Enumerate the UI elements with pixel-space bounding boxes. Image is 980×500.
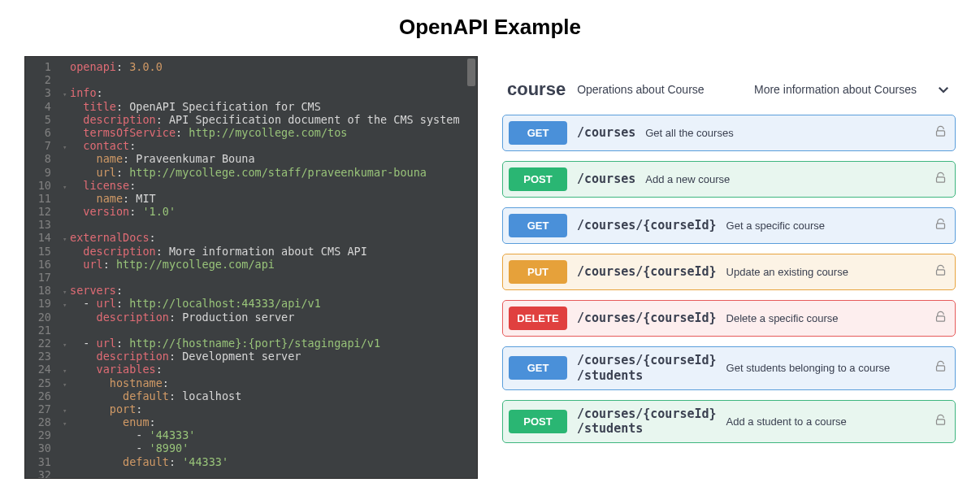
code-line[interactable]: ▾ variables:: [63, 363, 472, 376]
code-line[interactable]: default: localhost: [63, 389, 472, 402]
code-line[interactable]: [63, 271, 472, 284]
line-number: 1: [30, 60, 51, 73]
operation-path: /courses/{courseId}: [577, 407, 717, 422]
operation-put-3[interactable]: PUT/courses/{courseId}Update an existing…: [502, 254, 956, 290]
svg-rect-6: [937, 420, 945, 424]
tag-external-link[interactable]: More information about Courses: [754, 83, 917, 96]
operation-summary: Add a new course: [645, 173, 730, 185]
line-number: 28: [30, 415, 51, 428]
line-number: 10: [30, 179, 51, 192]
operation-path: /courses: [577, 172, 635, 187]
code-line[interactable]: ▾ port:: [63, 402, 472, 415]
operation-summary: Get a specific course: [726, 220, 825, 232]
operation-summary: Get students belonging to a course: [726, 362, 891, 374]
line-number: 21: [30, 324, 51, 337]
editor-scrollbar[interactable]: [466, 57, 477, 478]
code-line[interactable]: version: '1.0': [63, 205, 472, 218]
svg-rect-2: [937, 224, 945, 228]
method-badge: GET: [509, 121, 567, 145]
code-line[interactable]: - '44333': [63, 428, 472, 441]
code-line[interactable]: ▾ - url: http://localhost:44333/api/v1: [63, 297, 472, 310]
code-line[interactable]: ▾ hostname:: [63, 376, 472, 389]
svg-rect-1: [937, 177, 945, 182]
code-line[interactable]: ▾externalDocs:: [63, 231, 472, 244]
code-line[interactable]: termsOfService: http://mycollege.com/tos: [63, 126, 472, 139]
code-line[interactable]: ▾ enum:: [63, 415, 472, 428]
line-number: 3: [30, 86, 51, 99]
operation-post-1[interactable]: POST/coursesAdd a new course: [502, 161, 956, 198]
method-badge: POST: [509, 167, 567, 191]
code-line[interactable]: description: More information about CMS …: [63, 245, 472, 258]
code-line[interactable]: url: http://mycollege.com/staff/praveenk…: [63, 166, 472, 179]
code-line[interactable]: openapi: 3.0.0: [63, 60, 472, 73]
line-number: 16: [30, 258, 51, 271]
line-number: 30: [30, 441, 51, 454]
main-content: 1234567891011121314151617181920212223242…: [0, 56, 980, 479]
line-number: 20: [30, 311, 51, 324]
line-number: 4: [30, 100, 51, 113]
chevron-down-icon[interactable]: [936, 82, 951, 97]
code-line[interactable]: name: MIT: [63, 192, 472, 205]
editor-code[interactable]: openapi: 3.0.0 ▾info: title: OpenAPI Spe…: [58, 57, 477, 478]
page-title: OpenAPI Example: [0, 0, 980, 56]
operation-path: /courses/{courseId}: [577, 311, 717, 326]
lock-icon[interactable]: [934, 172, 947, 187]
operation-path: /students: [577, 421, 717, 437]
code-line[interactable]: description: Production server: [63, 311, 472, 324]
line-number: 24: [30, 363, 51, 376]
yaml-editor[interactable]: 1234567891011121314151617181920212223242…: [24, 56, 478, 479]
line-number: 27: [30, 402, 51, 415]
operation-summary: Update an existing course: [726, 266, 848, 278]
operation-delete-4[interactable]: DELETE/courses/{courseId}Delete a specif…: [502, 300, 956, 337]
code-line[interactable]: description: API Specification document …: [63, 113, 472, 126]
lock-icon[interactable]: [934, 218, 947, 233]
code-line[interactable]: [63, 324, 472, 337]
code-line[interactable]: name: Praveenkumar Bouna: [63, 152, 472, 165]
code-line[interactable]: [63, 73, 472, 86]
method-badge: GET: [509, 356, 567, 380]
operation-get-5[interactable]: GET/courses/{courseId}/studentsGet stude…: [502, 346, 956, 390]
editor-gutter: 1234567891011121314151617181920212223242…: [25, 57, 58, 478]
scrollbar-thumb[interactable]: [467, 59, 475, 86]
line-number: 9: [30, 166, 51, 179]
svg-rect-5: [937, 366, 945, 371]
operation-post-6[interactable]: POST/courses/{courseId}/studentsAdd a st…: [502, 400, 956, 444]
line-number: 5: [30, 113, 51, 126]
code-line[interactable]: [63, 218, 472, 231]
lock-icon[interactable]: [934, 125, 947, 141]
tag-header[interactable]: course Operations about Course More info…: [502, 79, 956, 115]
code-line[interactable]: ▾ - url: http://{hostname}:{port}/stagin…: [63, 337, 472, 350]
code-line[interactable]: url: http://mycollege.com/api: [63, 258, 472, 271]
line-number: 29: [30, 428, 51, 441]
operation-path: /courses/{courseId}: [577, 353, 717, 368]
code-line[interactable]: - '8990': [63, 441, 472, 454]
tag-description: Operations about Course: [577, 83, 743, 96]
operation-get-0[interactable]: GET/coursesGet all the courses: [502, 115, 956, 151]
code-line[interactable]: description: Development server: [63, 350, 472, 363]
operation-get-2[interactable]: GET/courses/{courseId}Get a specific cou…: [502, 207, 956, 244]
lock-icon[interactable]: [934, 264, 947, 280]
line-number: 25: [30, 376, 51, 389]
line-number: 11: [30, 192, 51, 205]
operation-path: /courses: [577, 125, 635, 141]
code-line[interactable]: default: '44333': [63, 455, 472, 468]
lock-icon[interactable]: [934, 360, 947, 376]
lock-icon[interactable]: [934, 311, 947, 326]
code-line[interactable]: title: OpenAPI Specification for CMS: [63, 100, 472, 113]
line-number: 8: [30, 152, 51, 165]
line-number: 22: [30, 337, 51, 350]
code-line[interactable]: ▾ license:: [63, 179, 472, 192]
code-line[interactable]: [63, 468, 472, 478]
code-line[interactable]: ▾info:: [63, 86, 472, 99]
code-line[interactable]: ▾ contact:: [63, 139, 472, 152]
operation-path: /students: [577, 368, 717, 384]
svg-rect-0: [937, 131, 945, 136]
method-badge: GET: [509, 214, 567, 237]
line-number: 18: [30, 284, 51, 297]
code-line[interactable]: ▾servers:: [63, 284, 472, 297]
line-number: 23: [30, 350, 51, 363]
line-number: 12: [30, 205, 51, 218]
swagger-panel: course Operations about Course More info…: [502, 56, 956, 479]
line-number: 26: [30, 389, 51, 402]
lock-icon[interactable]: [934, 414, 947, 429]
